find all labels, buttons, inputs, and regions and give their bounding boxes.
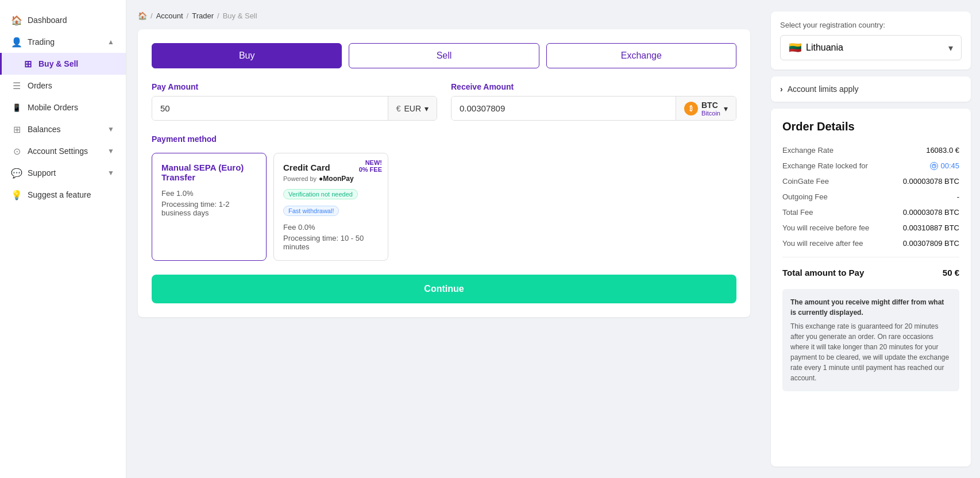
receive-amount-label: Receive Amount (451, 82, 736, 91)
order-row-label: Exchange Rate (782, 146, 834, 155)
breadcrumb-account[interactable]: Account (156, 11, 183, 20)
powered-by: Powered by ●MoonPay (283, 175, 379, 183)
order-row-value: 0.00003078 BTC (903, 208, 959, 217)
suggest-icon: 💡 (11, 190, 22, 200)
country-label: Select your registration country: (780, 21, 962, 29)
trade-tabs: Buy Sell Exchange (152, 43, 736, 68)
order-total-value: 50 € (943, 268, 959, 277)
country-card: Select your registration country: 🇱🇹 Lit… (771, 11, 971, 70)
receive-chevron-icon: ▾ (724, 104, 728, 113)
order-row-label: Exchange Rate locked for (782, 161, 868, 170)
euro-symbol: € (396, 104, 401, 113)
sidebar-item-dashboard[interactable]: 🏠 Dashboard (0, 9, 126, 31)
account-settings-icon: ⊙ (11, 146, 22, 156)
sepa-fee: Fee 1.0% (161, 189, 257, 198)
disclaimer-bold: The amount you receive might differ from… (790, 297, 951, 318)
credit-card-payment-card[interactable]: NEW! 0% FEE Credit Card Powered by ●Moon… (273, 153, 388, 261)
moonpay-logo: ●MoonPay (319, 175, 354, 183)
balances-icon: ⊞ (11, 124, 22, 134)
sidebar-item-buy-sell[interactable]: ⊞ Buy & Sell (0, 53, 126, 75)
payment-cards: Manual SEPA (Euro) Transfer Fee 1.0% Pro… (152, 153, 736, 261)
receive-amount-input[interactable] (452, 97, 676, 120)
order-row-label: Outgoing Fee (782, 192, 828, 201)
limits-label: Account limits apply (788, 84, 859, 94)
order-total-label: Total amount to Pay (782, 268, 864, 277)
limits-card[interactable]: › Account limits apply (771, 76, 971, 102)
sidebar-item-label: Account Settings (28, 147, 88, 156)
btc-icon: ₿ (684, 102, 698, 115)
country-flag: 🇱🇹 (789, 41, 801, 54)
sidebar-item-label: Orders (28, 81, 52, 90)
order-row-label: CoinGate Fee (782, 177, 829, 186)
pay-currency-select[interactable]: € EUR ▾ (388, 97, 437, 120)
receive-currency-select[interactable]: ₿ BTC Bitcoin ▾ (676, 97, 736, 120)
buy-tab[interactable]: Buy (152, 43, 342, 68)
chevron-down-icon: ▼ (107, 125, 114, 133)
cc-processing: Processing time: 10 - 50 minutes (283, 234, 379, 251)
order-divider (782, 257, 959, 257)
order-row-value: 16083.0 € (926, 146, 959, 155)
clock-icon (930, 162, 938, 170)
order-details-title: Order Details (782, 120, 959, 133)
continue-button[interactable]: Continue (152, 275, 736, 303)
breadcrumb: 🏠 / Account / Trader / Buy & Sell (138, 11, 750, 20)
pay-chevron-icon: ▾ (425, 104, 429, 113)
sidebar-item-label: Balances (28, 125, 61, 134)
sell-tab[interactable]: Sell (349, 43, 539, 68)
breadcrumb-current: Buy & Sell (223, 11, 257, 20)
buy-sell-icon: ⊞ (22, 59, 33, 69)
sidebar: 🏠 Dashboard 👤 Trading ▲ ⊞ Buy & Sell ☰ O… (0, 0, 126, 478)
right-panel: Select your registration country: 🇱🇹 Lit… (762, 0, 980, 478)
main-content: 🏠 / Account / Trader / Buy & Sell Buy Se… (126, 0, 762, 478)
payment-method-title: Payment method (152, 134, 736, 144)
order-row-locked: Exchange Rate locked for 00:45 (782, 158, 959, 174)
order-details-card: Order Details Exchange Rate 16083.0 € Ex… (771, 109, 971, 467)
exchange-tab[interactable]: Exchange (546, 43, 736, 68)
country-select[interactable]: 🇱🇹 Lithuania ▾ (780, 35, 962, 60)
order-row-before-fee: You will receive before fee 0.00310887 B… (782, 220, 959, 236)
sepa-processing: Processing time: 1-2 business days (161, 200, 257, 217)
home-icon: 🏠 (138, 11, 147, 20)
order-row-coingate-fee: CoinGate Fee 0.00003078 BTC (782, 174, 959, 189)
pay-amount-input[interactable] (152, 97, 388, 120)
mobile-orders-icon: 📱 (11, 102, 22, 113)
support-icon: 💬 (11, 168, 22, 178)
btc-sub: Bitcoin (701, 110, 720, 117)
country-name: Lithuania (806, 43, 843, 53)
pay-amount-label: Pay Amount (152, 82, 437, 91)
chevron-down-icon-3: ▼ (107, 169, 114, 177)
sepa-title: Manual SEPA (Euro) Transfer (161, 163, 257, 182)
sidebar-item-orders[interactable]: ☰ Orders (0, 75, 126, 97)
chevron-up-icon: ▲ (107, 38, 114, 46)
order-row-label: Total Fee (782, 208, 813, 217)
trade-card: Buy Sell Exchange Pay Amount € EUR ▾ (138, 29, 750, 317)
sepa-payment-card[interactable]: Manual SEPA (Euro) Transfer Fee 1.0% Pro… (152, 153, 267, 261)
receive-amount-group: Receive Amount ₿ BTC Bitcoin ▾ (451, 82, 736, 121)
trading-icon: 👤 (11, 37, 22, 47)
sidebar-item-trading[interactable]: 👤 Trading ▲ (0, 31, 126, 53)
receive-amount-input-row: ₿ BTC Bitcoin ▾ (451, 96, 736, 121)
breadcrumb-trader[interactable]: Trader (192, 11, 214, 20)
sidebar-item-suggest[interactable]: 💡 Suggest a feature (0, 184, 126, 206)
limits-arrow-icon: › (780, 84, 783, 94)
sidebar-item-account-settings[interactable]: ⊙ Account Settings ▼ (0, 140, 126, 162)
order-row-label: You will receive before fee (782, 223, 869, 232)
order-row-label: You will receive after fee (782, 239, 863, 248)
sidebar-item-support[interactable]: 💬 Support ▼ (0, 162, 126, 184)
order-row-value: 0.00310887 BTC (903, 223, 959, 232)
breadcrumb-sep: / (151, 11, 153, 20)
order-row-exchange-rate: Exchange Rate 16083.0 € (782, 142, 959, 158)
order-row-value: - (957, 192, 959, 201)
cc-fee: Fee 0.0% (283, 223, 379, 232)
amount-row: Pay Amount € EUR ▾ Receive Amount ₿ (152, 82, 736, 121)
sidebar-item-balances[interactable]: ⊞ Balances ▼ (0, 118, 126, 140)
sidebar-item-label: Dashboard (28, 16, 67, 25)
sidebar-item-label: Suggest a feature (28, 190, 91, 199)
badge-verification: Verification not needed (283, 189, 358, 199)
sidebar-item-label: Mobile Orders (28, 103, 78, 112)
badge-withdrawal: Fast withdrawal! (283, 206, 339, 216)
pay-amount-group: Pay Amount € EUR ▾ (152, 82, 437, 121)
sidebar-item-mobile-orders[interactable]: 📱 Mobile Orders (0, 97, 126, 118)
order-total-row: Total amount to Pay 50 € (782, 263, 959, 282)
sidebar-item-label: Support (28, 168, 56, 178)
